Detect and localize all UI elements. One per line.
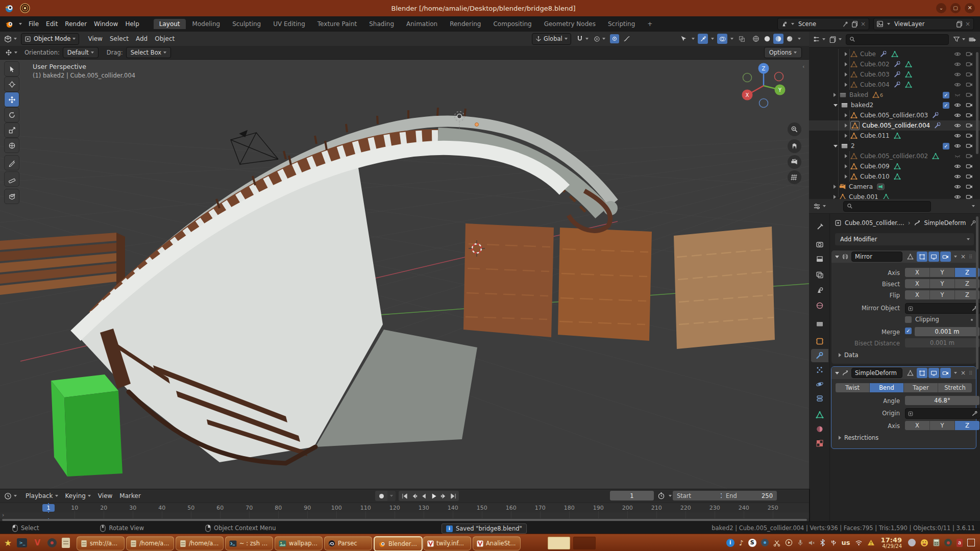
restrictions-section-toggle[interactable]: Restrictions [839,434,878,441]
pager-workspace-1[interactable] [548,537,570,549]
shading-material-icon[interactable] [773,34,783,44]
move-tool[interactable] [4,92,19,107]
stopwatch-icon[interactable] [657,492,665,499]
dark-disc-launcher-icon[interactable] [47,538,57,547]
visibility-dropdown[interactable] [692,38,695,40]
drag-value-dropdown[interactable]: Select Box [126,47,172,58]
camera-toggle-icon[interactable] [966,173,973,180]
taskbar-button-1[interactable]: smb://a... [77,536,125,550]
auto-key-icon[interactable] [375,491,387,501]
simpledeform-panel-header[interactable]: SimpleDeform × ⠿ [831,367,976,379]
properties-tab-particles[interactable] [811,363,828,377]
usb-icon[interactable] [830,539,837,546]
properties-tab-material[interactable] [811,422,828,436]
merge-checkbox[interactable]: ✓ [905,328,912,334]
eye-open-icon[interactable] [954,142,961,149]
window-close-button[interactable]: ✕ [965,3,975,13]
eye-open-icon[interactable] [954,122,961,129]
camera-toggle-icon[interactable] [966,102,973,109]
taskbar-button-6[interactable]: Parsec [324,536,372,550]
bluetooth-icon[interactable] [820,539,825,546]
tray-expand-icon[interactable] [967,539,975,546]
wood-plane-2[interactable] [558,228,652,341]
axis-x-button[interactable]: X [905,279,930,288]
outliner-row[interactable]: Cube [809,49,980,59]
outliner-item-name[interactable]: Cube.005_collider.003 [860,112,928,119]
drag-handle-icon[interactable]: ⠿ [969,370,972,376]
render-toggle-icon[interactable] [940,368,951,378]
new-viewlayer-icon[interactable] [956,20,963,28]
smiley-icon[interactable] [920,539,928,547]
auto-key-dropdown[interactable] [387,491,396,501]
shading-rendered-icon[interactable] [785,34,795,44]
properties-editor-icon[interactable] [813,203,821,210]
outliner-row[interactable]: Cube.005_collider.003 [809,110,980,120]
eye-open-icon[interactable] [954,132,961,139]
warning-icon[interactable] [867,539,875,546]
data-section-toggle[interactable]: Data [839,352,858,359]
eye-open-icon[interactable] [954,71,961,78]
eye-open-icon[interactable] [954,51,961,58]
properties-scrollbar[interactable] [976,216,978,369]
green-cube-object[interactable] [51,374,122,477]
clock[interactable]: 17:494/29/24 [881,537,902,549]
3d-viewport[interactable]: Object Mode ViewSelectAddObject Global [0,32,810,489]
camera-toggle-icon[interactable] [966,112,973,119]
outliner-item-name[interactable]: Cube.002 [860,61,890,68]
merge-value-field[interactable]: 0.001 m [915,327,979,336]
window-maximize-button[interactable]: ▢ [950,3,961,13]
unlink-scene-icon[interactable]: × [861,20,866,28]
rotate-tool[interactable] [4,107,19,122]
wifi-icon[interactable] [855,540,863,546]
viewport-menu-select[interactable]: Select [106,35,132,42]
options-button[interactable]: Options [764,47,802,58]
properties-tab-data[interactable] [811,408,828,421]
new-scene-icon[interactable] [851,20,859,28]
wood-plane-3[interactable] [674,227,775,349]
outliner-item-name[interactable]: Cube.009 [860,163,890,170]
gizmo-neg-z-icon[interactable] [760,99,768,108]
measure-tool[interactable] [4,171,19,187]
expand-icon[interactable] [834,195,836,199]
viewport-scene[interactable] [0,59,809,489]
navigation-gizmo[interactable]: Z Y X [739,61,788,110]
eyedropper-icon[interactable] [971,411,977,417]
axis-x-button[interactable]: X [905,290,930,299]
axis-y-button[interactable]: Y [930,279,955,288]
clipping-checkbox[interactable] [905,316,912,323]
jump-end-button[interactable] [448,491,458,500]
transform-tool[interactable] [4,138,19,153]
camera-view-icon[interactable] [788,155,801,169]
axis-z-button[interactable]: Z [955,421,979,430]
outliner-row[interactable]: Cube.004 [809,80,980,90]
frame-start-field[interactable]: Start1 [673,491,728,500]
axis-x-button[interactable]: X [905,421,930,430]
taskbar-button-2[interactable]: /home/a... [126,536,174,550]
orientation-dropdown[interactable]: Global [532,33,571,45]
scissors-icon[interactable] [773,539,780,546]
pager-workspace-2[interactable] [573,537,596,549]
origin-object-field[interactable] [905,408,980,419]
eye-open-icon[interactable] [954,163,961,170]
outliner-item-name[interactable]: baked2 [851,102,873,109]
camera-toggle-icon[interactable] [966,142,973,149]
outliner-row[interactable]: Cube.005_collider.004 [809,120,980,131]
menu-edit[interactable]: Edit [42,20,61,28]
outliner-item-name[interactable]: Cube.004 [860,81,890,88]
cursor-tool[interactable] [4,77,19,92]
realtime-toggle-icon[interactable] [928,368,939,378]
jump-start-button[interactable] [400,491,409,500]
outliner-item-name[interactable]: Cube.003 [860,71,890,78]
expand-icon[interactable] [845,72,847,77]
timeline-menu-keying[interactable]: Keying [62,492,94,499]
collapse-icon[interactable] [834,145,838,147]
gizmo-neg-x-icon[interactable] [775,72,783,81]
eye-open-icon[interactable] [954,61,961,68]
mirror-name-field[interactable]: Mirror [851,252,902,262]
add-workspace-button[interactable]: + [642,19,658,29]
falloff-curve-icon[interactable] [623,35,630,42]
expand-icon[interactable] [845,164,847,168]
properties-tab-object[interactable] [811,335,828,348]
blender-menu-logo-icon[interactable] [5,20,14,29]
properties-options-dropdown[interactable] [972,205,975,207]
